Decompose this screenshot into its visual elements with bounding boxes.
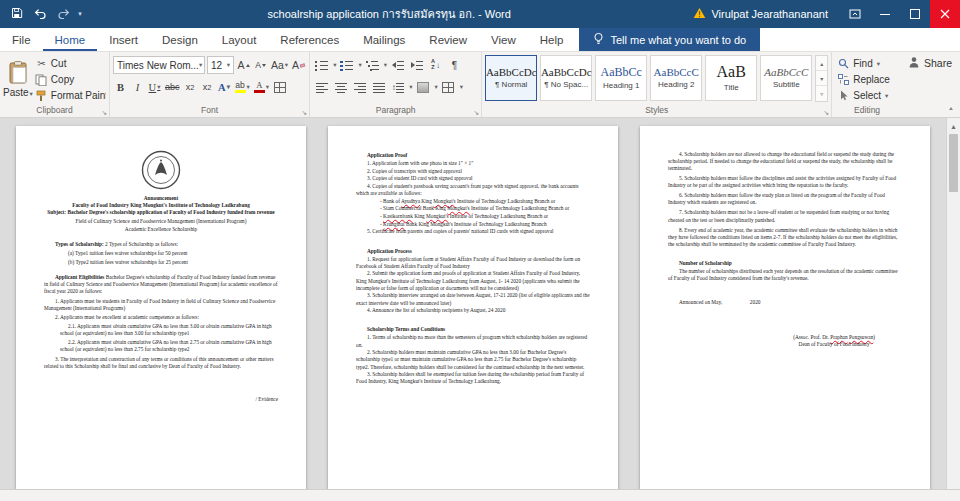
font-name-combo[interactable]: Times New Rom...▾ [113, 56, 205, 74]
save-button[interactable] [6, 2, 28, 26]
increase-indent-button[interactable] [408, 56, 425, 74]
share-button[interactable]: Share [908, 56, 952, 70]
tab-view[interactable]: View [479, 28, 528, 51]
tell-me-box[interactable]: Tell me what you want to do [579, 28, 760, 51]
tab-home[interactable]: Home [43, 28, 98, 51]
select-button[interactable]: Select▾ [835, 88, 892, 103]
copy-button[interactable]: Copy [33, 72, 106, 87]
style-normal[interactable]: AaBbCcDc¶ Normal [485, 55, 537, 101]
clear-formatting-button[interactable]: A [291, 56, 306, 74]
decrease-indent-button[interactable] [389, 56, 406, 74]
styles-scroll-up-button[interactable]: ▴ [816, 56, 827, 71]
grow-arrow-icon [246, 64, 250, 67]
style-title[interactable]: AaBTitle [705, 55, 757, 101]
styles-gallery: AaBbCcDc¶ NormalAaBbCcDc¶ No Spac...AaBb… [485, 54, 815, 101]
style-heading-2[interactable]: AaBbCcCHeading 2 [650, 55, 702, 101]
style-subtitle[interactable]: AaBbCcCSubtitle [760, 55, 812, 101]
numbering-caret-icon: ▾ [358, 61, 361, 69]
bold-button[interactable]: B [113, 78, 128, 96]
paragraph-dialog-launcher[interactable]: ↘ [473, 109, 479, 116]
close-button[interactable] [930, 0, 960, 28]
strikethrough-button[interactable]: abc [164, 78, 181, 96]
clipboard-dialog-launcher[interactable]: ↘ [101, 109, 107, 116]
doc-text: Academic Excellence Scholarship [44, 226, 278, 233]
italic-button[interactable]: I [130, 78, 145, 96]
borders-button[interactable] [440, 78, 457, 96]
ribbon-display-options-button[interactable] [840, 0, 870, 28]
grow-font-button[interactable]: A [236, 56, 251, 74]
customize-qat-button[interactable]: ▾ [75, 10, 85, 18]
doc-text: Field of Culinary Science and Foodservic… [44, 218, 278, 225]
select-label: Select [853, 90, 881, 101]
document-area: AnnouncementFaculty of Food Industry Kin… [0, 118, 960, 489]
subscript-button[interactable]: x2 [183, 78, 198, 96]
tab-insert[interactable]: Insert [97, 28, 150, 51]
find-button[interactable]: Find▾ [835, 56, 892, 71]
vertical-scrollbar[interactable]: ▲ [946, 118, 960, 489]
cut-button[interactable]: ✂Cut [33, 56, 106, 71]
multilevel-list-button[interactable] [364, 56, 381, 74]
paste-button[interactable]: Paste▾ [3, 54, 33, 104]
align-right-button[interactable] [351, 78, 368, 96]
styles-more-button[interactable]: ▿ [816, 86, 827, 101]
tab-design[interactable]: Design [150, 28, 210, 51]
scrollbar-up-arrow-icon[interactable]: ▲ [950, 120, 957, 132]
show-formatting-marks-button[interactable]: ¶ [446, 56, 463, 74]
style-heading-1[interactable]: AaBbCcHeading 1 [595, 55, 647, 101]
redo-icon [57, 5, 70, 23]
cut-icon: ✂ [35, 58, 48, 69]
styles-scroll-down-button[interactable]: ▾ [816, 71, 827, 86]
replace-button[interactable]: Replace [835, 72, 892, 87]
tab-layout[interactable]: Layout [210, 28, 269, 51]
document-page-2[interactable]: Application Proof1. Application form wit… [328, 126, 618, 489]
quick-access-toolbar: ▾ [0, 2, 85, 26]
grow-font-icon: A [237, 59, 244, 71]
doc-text: 8. Every end of academic year, the acade… [668, 227, 902, 248]
numbering-button[interactable] [338, 56, 355, 74]
shrink-font-button[interactable]: A [253, 56, 268, 74]
align-center-button[interactable] [332, 78, 349, 96]
tab-file[interactable]: File [0, 28, 43, 51]
line-spacing-lines-icon [396, 82, 404, 93]
styles-group: AaBbCcDc¶ NormalAaBbCcDc¶ No Spac...AaBb… [482, 52, 832, 117]
minimize-button[interactable] [870, 0, 900, 28]
scrollbar-thumb[interactable] [949, 134, 958, 192]
align-right-icon [354, 82, 366, 93]
share-label: Share [924, 57, 952, 69]
align-left-button[interactable] [313, 78, 330, 96]
sort-button[interactable]: AZ↓ [427, 56, 444, 74]
character-border-button[interactable] [272, 78, 287, 96]
redo-button[interactable] [52, 2, 74, 26]
document-page-1[interactable]: AnnouncementFaculty of Food Industry Kin… [16, 126, 306, 489]
tab-mailings[interactable]: Mailings [351, 28, 417, 51]
shading-icon [417, 82, 429, 93]
superscript-button[interactable]: x2 [200, 78, 215, 96]
undo-button[interactable] [29, 2, 51, 26]
font-group: Times New Rom...▾ 12▾ A A Aa▾ A B I U▾ a… [110, 52, 310, 117]
font-dialog-launcher[interactable]: ↘ [301, 109, 307, 116]
format-painter-button[interactable]: Format Painter [33, 88, 106, 103]
styles-dialog-launcher[interactable]: ↘ [823, 109, 829, 116]
line-spacing-button[interactable]: ↕ [389, 78, 406, 96]
clipboard-group-label: Clipboard [3, 104, 106, 117]
text-effects-button[interactable]: A▾ [217, 78, 232, 96]
bullets-button[interactable] [313, 56, 330, 74]
underline-button[interactable]: U▾ [147, 78, 162, 96]
tab-review[interactable]: Review [417, 28, 479, 51]
text-highlight-button[interactable]: ab▾ [234, 78, 251, 96]
collapse-ribbon-button[interactable] [948, 96, 953, 114]
tab-help[interactable]: Help [528, 28, 576, 51]
doc-text: 1. Application form with one photo in si… [356, 160, 590, 167]
account-warning-icon[interactable] [693, 5, 706, 23]
document-page-3[interactable]: 4. Scholarship holders are not allowed t… [640, 126, 930, 489]
justify-button[interactable] [370, 78, 387, 96]
style-no-spac[interactable]: AaBbCcDc¶ No Spac... [540, 55, 592, 101]
change-case-button[interactable]: Aa▾ [270, 56, 289, 74]
font-color-button[interactable]: A▾ [253, 78, 270, 96]
signed-in-user[interactable]: Virulpat Jearathananant [711, 8, 828, 20]
align-center-icon [335, 82, 347, 93]
maximize-button[interactable] [900, 0, 930, 28]
shading-button[interactable] [414, 78, 431, 96]
tab-references[interactable]: References [268, 28, 351, 51]
font-size-combo[interactable]: 12▾ [207, 56, 234, 74]
